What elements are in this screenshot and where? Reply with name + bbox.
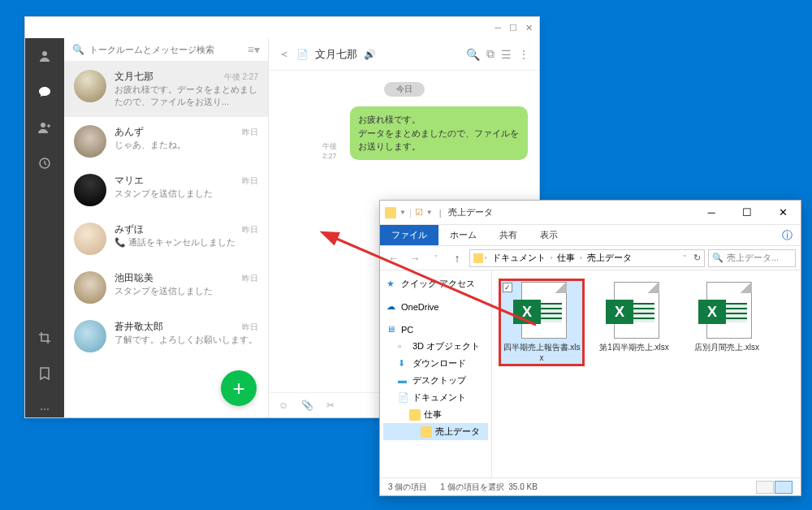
clock-icon[interactable]: [37, 155, 53, 171]
nav-recent-dropdown[interactable]: ˅: [427, 249, 445, 267]
explorer-search-box[interactable]: 🔍 売上データ...: [708, 249, 796, 267]
sort-button[interactable]: ≡▾: [248, 43, 260, 56]
tree-item-salesdata[interactable]: 売上データ: [383, 423, 488, 440]
ribbon-tab-view[interactable]: 表示: [529, 225, 569, 245]
entry-time: 昨日: [242, 273, 258, 284]
tree-item-downloads[interactable]: ⬇ダウンロード: [383, 355, 488, 372]
ribbon-tab-home[interactable]: ホーム: [438, 225, 488, 245]
new-chat-button[interactable]: +: [221, 370, 257, 406]
minimize-button[interactable]: ─: [693, 201, 729, 225]
entry-preview: 了解です。よろしくお願いします。: [114, 334, 258, 346]
chat-list-panel: 🔍 ≡▾ 文月七那午後 2:27 お疲れ様です。データをまとめましたので、ファイ…: [64, 38, 269, 417]
chat-entry[interactable]: 池田聡美昨日 スタンプを送信しました: [64, 263, 268, 312]
down-caret-icon[interactable]: ▼: [426, 209, 433, 216]
conversation-header: ＜ 📄 文月七那 🔊 🔍 ⧉ ☰ ⋮: [269, 38, 539, 71]
dropdown-icon[interactable]: ˅: [683, 254, 687, 262]
nav-up-button[interactable]: ↑: [448, 249, 466, 267]
tree-item-quick-access[interactable]: ★クイック アクセス: [383, 275, 488, 292]
status-selected-count: 1 個の項目を選択 35.0 KB: [440, 482, 538, 493]
entry-preview: じゃあ、またね。: [114, 139, 258, 151]
entry-name: あんず: [114, 125, 144, 139]
more-icon[interactable]: ⋮: [518, 48, 529, 61]
chat-entries-list: 文月七那午後 2:27 お疲れ様です。データをまとめましたので、ファイルをお送り…: [64, 62, 268, 417]
chat-entry[interactable]: マリエ昨日 スタンプを送信しました: [64, 166, 268, 214]
icons-view-button[interactable]: [775, 481, 793, 494]
breadcrumb[interactable]: 売上データ: [584, 252, 635, 264]
refresh-icon[interactable]: ↻: [689, 253, 701, 263]
address-bar[interactable]: › ドキュメント › 仕事 › 売上データ ˅ ↻: [469, 249, 705, 267]
chat-sidebar-nav: ⋯: [25, 38, 64, 417]
help-icon[interactable]: ⓘ: [782, 225, 801, 245]
status-bar: 3 個の項目 1 個の項目を選択 35.0 KB: [380, 478, 801, 495]
tree-item-documents[interactable]: 📄ドキュメント: [383, 389, 488, 406]
tree-item-onedrive[interactable]: ☁OneDrive: [383, 299, 488, 315]
tree-item-desktop[interactable]: ▬デスクトップ: [383, 372, 488, 389]
close-button[interactable]: ✕: [525, 23, 533, 33]
tree-item-work[interactable]: 仕事: [383, 406, 488, 423]
folder-icon: [421, 426, 432, 438]
message-time: 午後 2:27: [322, 141, 345, 160]
add-friend-icon[interactable]: [37, 119, 53, 136]
file-explorer-window: ▼ | ☑ ▼ | 売上データ ─ ☐ ✕ ファイル ホーム 共有 表示 ⓘ ←…: [379, 200, 801, 496]
ribbon-tab-file[interactable]: ファイル: [380, 225, 438, 245]
address-bar-row: ← → ˅ ↑ › ドキュメント › 仕事 › 売上データ ˅ ↻ 🔍 売上デー…: [380, 246, 801, 270]
notes-icon[interactable]: 📄: [296, 49, 309, 60]
entry-name: マリエ: [114, 174, 144, 188]
chat-search-bar[interactable]: 🔍 ≡▾: [64, 38, 268, 62]
chat-icon[interactable]: [37, 84, 53, 100]
entry-time: 午後 2:27: [224, 71, 258, 83]
close-button[interactable]: ✕: [765, 201, 801, 225]
minimize-button[interactable]: ─: [495, 23, 501, 32]
avatar: [74, 70, 106, 102]
search-icon[interactable]: 🔍: [466, 48, 480, 61]
attach-icon[interactable]: 📎: [301, 400, 313, 411]
maximize-button[interactable]: ☐: [729, 201, 765, 225]
entry-preview: スタンプを送信しました: [114, 285, 258, 297]
avatar: [74, 174, 106, 206]
chat-entry[interactable]: あんず昨日 じゃあ、またね。: [64, 117, 268, 166]
breadcrumb[interactable]: ドキュメント: [489, 252, 549, 264]
excel-icon: X: [698, 282, 755, 339]
checkbox-icon[interactable]: ✓: [503, 283, 512, 292]
person-icon[interactable]: [37, 48, 53, 64]
navigation-tree[interactable]: ★クイック アクセス ☁OneDrive 🖥PC ▫3D オブジェクト ⬇ダウン…: [380, 270, 492, 478]
down-caret-icon[interactable]: ▼: [400, 209, 406, 216]
chat-entry[interactable]: 文月七那午後 2:27 お疲れ様です。データをまとめましたので、ファイルをお送り…: [64, 62, 268, 117]
folder-icon: [473, 253, 483, 263]
tree-item-pc[interactable]: 🖥PC: [383, 322, 488, 338]
nav-back-button[interactable]: ←: [385, 249, 403, 267]
svg-point-1: [41, 123, 45, 128]
nav-forward-button: →: [406, 249, 424, 267]
search-input[interactable]: [89, 45, 243, 54]
file-item[interactable]: X 第1四半期売上.xlsx: [591, 279, 677, 356]
emoji-icon[interactable]: ☺: [279, 400, 288, 411]
details-view-button[interactable]: [756, 481, 774, 494]
checkbox-icon[interactable]: ☑: [415, 207, 423, 218]
date-divider: 今日: [384, 82, 425, 97]
tree-item-3d-objects[interactable]: ▫3D オブジェクト: [383, 338, 488, 355]
clip-icon[interactable]: ✂: [326, 400, 335, 411]
ribbon-tab-share[interactable]: 共有: [488, 225, 529, 245]
file-item[interactable]: X 店別月間売上.xlsx: [684, 279, 770, 356]
speaker-icon[interactable]: 🔊: [364, 49, 376, 60]
more-icon[interactable]: ⋯: [37, 401, 53, 417]
entry-name: みずほ: [114, 223, 144, 236]
crop-icon[interactable]: [37, 330, 53, 346]
entry-preview: スタンプを送信しました: [114, 188, 258, 200]
chat-entry[interactable]: 蒼井敬太郎昨日 了解です。よろしくお願いします。: [64, 312, 268, 361]
breadcrumb[interactable]: 仕事: [554, 252, 578, 264]
entry-time: 昨日: [242, 175, 258, 187]
entry-name: 蒼井敬太郎: [114, 320, 163, 334]
entry-name: 池田聡美: [114, 271, 153, 285]
avatar: [74, 271, 106, 304]
maximize-button[interactable]: ☐: [509, 23, 517, 33]
search-icon: 🔍: [72, 44, 84, 55]
menu-icon[interactable]: ☰: [501, 48, 512, 61]
bookmark-icon[interactable]: [37, 365, 53, 382]
entry-time: 昨日: [242, 322, 258, 333]
copy-icon[interactable]: ⧉: [486, 47, 495, 61]
file-item[interactable]: ✓ X 四半期売上報告書.xlsx: [499, 279, 585, 366]
chat-entry[interactable]: みずほ昨日 📞 通話をキャンセルしました: [64, 214, 268, 263]
back-icon[interactable]: ＜: [279, 47, 290, 62]
file-pane[interactable]: ✓ X 四半期売上報告書.xlsx X 第1四半期売上.xlsx X 店別月間売…: [492, 270, 801, 478]
